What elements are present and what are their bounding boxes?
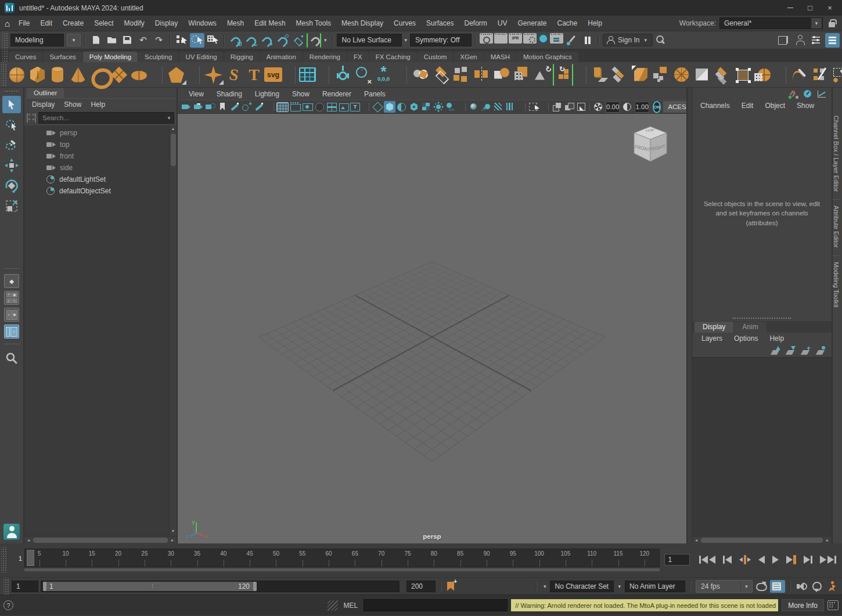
character-set-field[interactable]: No Character Set — [550, 581, 614, 592]
outliner-menu-item[interactable]: Help — [87, 100, 109, 109]
camera-lock-icon[interactable] — [192, 101, 204, 113]
snapshot-copy-icon[interactable] — [551, 101, 563, 113]
camera-icon[interactable] — [180, 101, 192, 113]
wireframe-on-shaded-icon[interactable] — [396, 101, 408, 113]
viewport-menu-item[interactable]: Show — [287, 90, 315, 98]
channel-box-menu-item[interactable]: Object — [765, 102, 785, 110]
menu-item[interactable]: Mesh Display — [336, 19, 388, 27]
menu-item[interactable]: Windows — [183, 19, 222, 27]
separate-icon[interactable] — [451, 64, 472, 86]
poly-cylinder-icon[interactable] — [48, 64, 68, 86]
menu-item[interactable]: UV — [492, 19, 513, 27]
scroll-down-icon[interactable]: ▾ — [172, 528, 174, 535]
rotate-tool[interactable] — [2, 177, 21, 194]
layer-menu-item[interactable]: Options — [729, 334, 762, 343]
menu-item[interactable]: File — [13, 19, 35, 27]
layer-menu-item[interactable]: Layers — [697, 334, 727, 343]
outliner-item-top[interactable]: top — [24, 139, 169, 150]
quad-draw-icon[interactable] — [830, 64, 842, 86]
maximize-button[interactable]: □ — [800, 1, 820, 15]
combine-icon[interactable] — [411, 64, 431, 86]
locator-icon[interactable] — [333, 64, 353, 86]
workspace-dropdown-icon[interactable]: ▾ — [811, 18, 822, 28]
shelf-grip[interactable] — [2, 49, 8, 62]
go-to-end-button[interactable] — [820, 556, 836, 564]
mirror-icon[interactable] — [472, 64, 492, 86]
user-avatar[interactable] — [3, 524, 20, 540]
paint-select-tool[interactable] — [2, 136, 21, 154]
evaluation-mode-icon[interactable] — [826, 581, 839, 592]
xray-icon[interactable] — [505, 101, 516, 113]
panel-divider[interactable] — [686, 88, 692, 543]
poly-cube-icon[interactable] — [27, 64, 48, 86]
shelf-tab[interactable]: Surfaces — [43, 52, 82, 62]
channel-box-menu-item[interactable]: Channels — [700, 102, 730, 110]
step-forward-key-button[interactable] — [786, 555, 796, 564]
film-gate-icon[interactable] — [289, 101, 301, 113]
menu-item[interactable]: Mesh — [222, 19, 249, 27]
use-default-material-icon[interactable] — [420, 101, 432, 113]
workspace-lock-icon[interactable] — [829, 22, 835, 27]
scroll-thumb[interactable] — [701, 538, 823, 543]
frame-tick[interactable]: 70 — [368, 549, 394, 567]
frame-tick[interactable]: 25 — [131, 549, 157, 567]
current-frame-field[interactable]: 1 — [664, 554, 690, 565]
ipr-render-icon[interactable]: IPR — [509, 33, 522, 44]
search-icon[interactable] — [654, 33, 668, 48]
bookmark-icon[interactable] — [217, 101, 228, 113]
chamfer-vertex-icon[interactable] — [651, 64, 671, 86]
outliner-item-defaultlightset[interactable]: defaultLightSet — [24, 174, 169, 185]
shelf-tab[interactable]: MASH — [484, 52, 516, 62]
select-hierarchy-icon[interactable] — [174, 33, 189, 48]
live-surface-dropdown-icon[interactable]: ▾ — [403, 37, 409, 43]
layout-two-pane[interactable]: +◆ — [4, 308, 19, 322]
search-input[interactable] — [39, 114, 164, 121]
group-collapser[interactable] — [330, 33, 336, 47]
layer-editor-divider[interactable] — [692, 315, 832, 321]
layout-outliner-persp[interactable]: ≡ — [4, 325, 19, 338]
group-collapser[interactable] — [473, 33, 478, 47]
channel-box-horizontal-scrollbar[interactable]: ◂ ▸ — [692, 536, 832, 543]
type-tool-icon[interactable]: T — [244, 64, 264, 86]
resolution-gate-icon[interactable] — [301, 101, 313, 113]
grid-layout-icon[interactable] — [299, 67, 316, 82]
lighting-icon[interactable] — [433, 101, 444, 113]
gate-mask-icon[interactable] — [314, 101, 325, 113]
open-scene-icon[interactable] — [105, 33, 119, 48]
render-setup-icon[interactable] — [538, 33, 549, 44]
make-live-icon[interactable] — [307, 33, 321, 48]
menu-item[interactable]: Curves — [388, 19, 421, 27]
frame-tick[interactable]: 15 — [79, 549, 105, 567]
viewport-menu-item[interactable]: Lighting — [250, 90, 285, 98]
step-back-key-button[interactable] — [739, 555, 751, 564]
search-dropdown-icon[interactable]: ▾ — [164, 115, 174, 121]
shelf-tab[interactable]: FX Caching — [369, 52, 417, 62]
view-cube[interactable]: TOP FRONT RIGHT — [629, 124, 671, 170]
menu-item[interactable]: Mesh Tools — [291, 19, 336, 27]
smooth-icon[interactable] — [492, 64, 512, 86]
duplicate-face-icon[interactable] — [712, 64, 732, 86]
image-plane-icon[interactable] — [338, 101, 350, 113]
scale-tool[interactable] — [2, 197, 21, 215]
camera-attributes-icon[interactable] — [204, 101, 216, 113]
time-ruler[interactable]: 5101520253035404550556065707580859095100… — [24, 549, 660, 567]
outliner-item-defaultobjectset[interactable]: defaultObjectSet — [24, 185, 169, 197]
bridge-icon[interactable] — [610, 64, 631, 86]
frame-tick[interactable]: 10 — [52, 549, 78, 567]
frame-tick[interactable]: 95 — [500, 549, 526, 567]
channel-box-toggle-icon[interactable] — [809, 33, 823, 48]
shelf-tab[interactable]: Rigging — [224, 52, 260, 62]
boolean-icon[interactable] — [431, 64, 451, 86]
scroll-thumb[interactable] — [171, 134, 176, 166]
scroll-right-icon[interactable]: ▸ — [823, 538, 832, 543]
outliner-menu-item[interactable]: Show — [60, 100, 85, 109]
workspace-sidebar-toggle-icon[interactable] — [825, 33, 840, 48]
shelf-tab[interactable]: Motion Graphics — [517, 52, 578, 62]
range-center-grip[interactable]: ⋮ — [150, 583, 154, 589]
shelf-tab[interactable]: Rendering — [303, 52, 347, 62]
frame-tick[interactable]: 55 — [289, 549, 315, 567]
undo-icon[interactable]: ↶ — [136, 33, 150, 48]
menu-item[interactable]: Create — [57, 19, 89, 27]
grid-toggle-icon[interactable] — [276, 102, 289, 112]
scroll-up-icon[interactable]: ▴ — [172, 126, 174, 133]
